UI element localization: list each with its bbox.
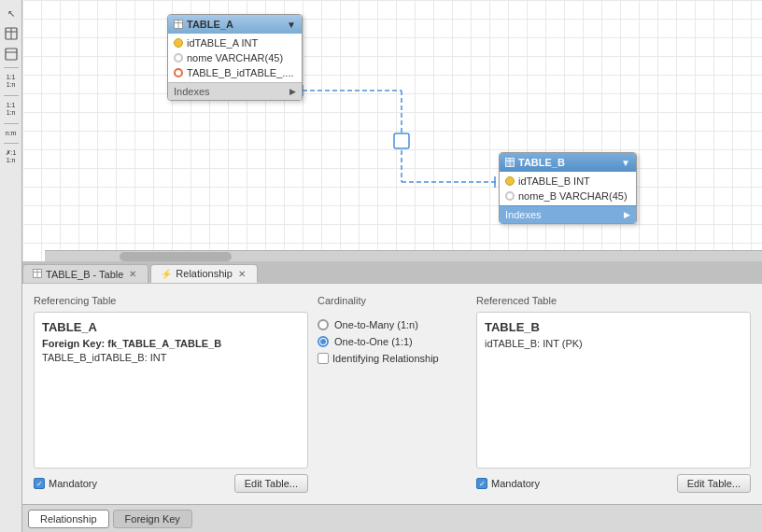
table-a-footer[interactable]: Indexes ▶ xyxy=(168,82,302,100)
field-text: idTABLE_A INT xyxy=(187,37,258,49)
tab-table-b-close[interactable]: ✕ xyxy=(127,269,138,280)
tab-table-b-label: TABLE_B - Table xyxy=(46,269,123,280)
tab-bar: TABLE_B - Table ✕ ⚡ Relationship ✕ xyxy=(22,261,762,284)
select-tool-btn[interactable]: ↖ xyxy=(2,4,21,22)
field-text: idTABLE_B INT xyxy=(518,175,590,187)
field-text: nome_B VARCHAR(45) xyxy=(518,190,628,202)
pk-icon xyxy=(505,176,515,186)
cardinality-title: Cardinality xyxy=(318,295,467,306)
table-a-header[interactable]: TABLE_A ▼ xyxy=(168,15,302,34)
referencing-footer: ✓ Mandatory Edit Table... xyxy=(34,474,308,493)
radio-1n[interactable]: One-to-Many (1:n) xyxy=(318,319,467,330)
table-b-footer-label: Indexes xyxy=(505,209,542,220)
referenced-mandatory-label: Mandatory xyxy=(491,478,540,489)
radio-11[interactable]: One-to-One (1:1) xyxy=(318,336,467,347)
referenced-table-name: TABLE_B xyxy=(485,320,742,334)
table-a-menu-icon[interactable]: ▼ xyxy=(287,20,296,30)
cardinality-options: One-to-Many (1:n) One-to-One (1:1) Ident… xyxy=(318,312,467,371)
identifying-check[interactable]: Identifying Relationship xyxy=(318,353,467,364)
table-b-name: TABLE_B xyxy=(518,157,565,168)
referenced-title: Referenced Table xyxy=(476,295,751,306)
table-a-footer-label: Indexes xyxy=(174,86,210,97)
rel-1-1n-btn[interactable]: 1:11:n xyxy=(5,72,18,91)
table-a-name: TABLE_A xyxy=(187,19,233,30)
rel-1nr-btn[interactable]: ✗:11:n xyxy=(4,147,19,167)
field-text: TABLE_B_idTABLE_.... xyxy=(187,67,294,78)
referenced-mandatory-check[interactable]: ✓ Mandatory xyxy=(476,478,540,489)
radio-1n-btn[interactable] xyxy=(318,319,329,330)
pk-icon xyxy=(174,38,183,48)
bottom-tab-foreignkey[interactable]: Foreign Key xyxy=(113,510,192,528)
table-a-body: idTABLE_A INT nome VARCHAR(45) TABLE_B_i… xyxy=(168,34,302,82)
identifying-label: Identifying Relationship xyxy=(332,353,439,364)
bottom-tab-relationship[interactable]: Relationship xyxy=(28,510,109,528)
tab-relationship-close[interactable]: ✕ xyxy=(236,268,247,279)
table-icon xyxy=(33,269,42,280)
referencing-field: TABLE_B_idTABLE_B: INT xyxy=(42,352,300,363)
table-b-body: idTABLE_B INT nome_B VARCHAR(45) xyxy=(500,172,636,205)
table-a-field-2: TABLE_B_idTABLE_.... xyxy=(168,65,302,80)
fk-icon xyxy=(505,191,515,201)
radio-11-label: One-to-One (1:1) xyxy=(334,336,413,347)
referencing-table-name: TABLE_A xyxy=(42,320,300,334)
fk-icon xyxy=(174,53,183,63)
table-b-field-0: idTABLE_B INT xyxy=(500,174,636,189)
referenced-field: idTABLE_B: INT (PK) xyxy=(485,338,742,349)
canvas-scrollbar[interactable] xyxy=(45,250,762,261)
table-b-header[interactable]: TABLE_B ▼ xyxy=(500,153,636,172)
table-tool-btn[interactable] xyxy=(2,24,21,43)
referencing-edit-btn[interactable]: Edit Table... xyxy=(234,474,308,493)
svg-rect-3 xyxy=(6,49,17,60)
table-b-footer[interactable]: Indexes ▶ xyxy=(500,205,636,223)
referenced-content: TABLE_B idTABLE_B: INT (PK) xyxy=(476,312,751,469)
footer-arrow-icon: ▶ xyxy=(624,210,630,219)
canvas-scrollbar-thumb[interactable] xyxy=(120,252,232,261)
rel-nm-btn[interactable]: n:m xyxy=(4,128,19,139)
rel-1-1-btn[interactable]: 1:11:n xyxy=(5,100,18,119)
bottom-panel: Referencing Table TABLE_A Foreign Key: f… xyxy=(22,284,762,504)
table-a[interactable]: TABLE_A ▼ idTABLE_A INT nome VARCHAR(45)… xyxy=(167,14,303,101)
referenced-section: Referenced Table TABLE_B idTABLE_B: INT … xyxy=(476,295,751,493)
tab-relationship[interactable]: ⚡ Relationship ✕ xyxy=(150,264,258,283)
mandatory-checkbox-icon-2: ✓ xyxy=(476,478,487,489)
canvas-grid xyxy=(22,0,762,261)
relationship-tab-icon: ⚡ xyxy=(161,269,172,279)
radio-dot xyxy=(320,339,326,344)
footer-arrow-icon: ▶ xyxy=(289,87,296,96)
tab-relationship-label: Relationship xyxy=(176,268,233,279)
radio-11-btn[interactable] xyxy=(318,336,329,347)
referencing-fk-label: Foreign Key: fk_TABLE_A_TABLE_B xyxy=(42,338,300,349)
canvas-area[interactable]: TABLE_A ▼ idTABLE_A INT nome VARCHAR(45)… xyxy=(22,0,762,261)
referencing-mandatory-check[interactable]: ✓ Mandatory xyxy=(34,478,97,489)
referencing-content: TABLE_A Foreign Key: fk_TABLE_A_TABLE_B … xyxy=(34,312,308,469)
bottom-tab-bar: Relationship Foreign Key xyxy=(22,504,762,532)
mandatory-checkbox-icon: ✓ xyxy=(34,478,45,489)
identifying-checkbox[interactable] xyxy=(318,353,329,364)
table-b-field-1: nome_B VARCHAR(45) xyxy=(500,189,636,203)
referenced-footer: ✓ Mandatory Edit Table... xyxy=(476,474,751,493)
fk-ref-icon xyxy=(174,68,183,77)
table-a-field-0: idTABLE_A INT xyxy=(168,35,302,50)
table-a-field-1: nome VARCHAR(45) xyxy=(168,50,302,65)
referencing-title: Referencing Table xyxy=(34,295,308,306)
radio-1n-label: One-to-Many (1:n) xyxy=(334,319,418,330)
left-toolbar: ↖ 1:11:n 1:11:n n:m ✗:11:n xyxy=(0,0,22,532)
referencing-mandatory-label: Mandatory xyxy=(49,478,97,489)
tab-table-b[interactable]: TABLE_B - Table ✕ xyxy=(22,264,148,283)
referencing-section: Referencing Table TABLE_A Foreign Key: f… xyxy=(34,295,308,493)
view-tool-btn[interactable] xyxy=(2,45,21,63)
table-b[interactable]: TABLE_B ▼ idTABLE_B INT nome_B VARCHAR(4… xyxy=(499,152,637,224)
cardinality-section: Cardinality One-to-Many (1:n) One-to-One… xyxy=(318,295,467,493)
field-text: nome VARCHAR(45) xyxy=(187,52,283,63)
table-b-menu-icon[interactable]: ▼ xyxy=(621,158,630,168)
referenced-edit-btn[interactable]: Edit Table... xyxy=(677,474,751,493)
